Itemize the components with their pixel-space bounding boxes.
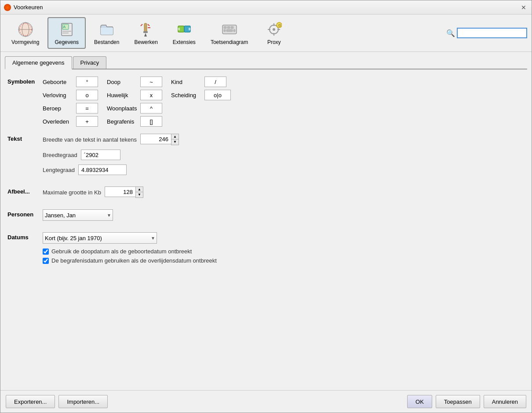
search-input[interactable] xyxy=(457,28,527,38)
toolbar-item-toetsendiagram[interactable]: Toetsendiagram xyxy=(204,18,255,48)
verloving-label: Verloving xyxy=(43,92,73,99)
close-button[interactable]: ✕ xyxy=(519,3,528,12)
svg-point-4 xyxy=(19,23,32,36)
afbeelding-label: Afbeel... xyxy=(7,186,43,195)
verloving-input[interactable] xyxy=(76,90,98,100)
toetsendiagram-toolbar-label: Toetsendiagram xyxy=(211,39,248,45)
footer: Exporteren... Importeren... OK Toepassen… xyxy=(0,390,532,413)
lengtegraad-input[interactable] xyxy=(78,164,127,175)
lengtegraad-label: Lengtegraad xyxy=(43,167,75,173)
exporteren-button[interactable]: Exporteren... xyxy=(6,395,55,408)
woonplaats-field: Woonplaats xyxy=(107,103,162,113)
datums-dropdown[interactable]: Kort (bijv. 25 jan 1970) Lang (bijv. 25 … xyxy=(43,232,157,244)
begrafenisdatum-checkbox[interactable] xyxy=(43,258,49,264)
huwelijk-input[interactable] xyxy=(140,90,162,100)
svg-rect-19 xyxy=(189,28,190,30)
overleden-label: Overleden xyxy=(43,118,73,125)
begrafenis-label: Begrafenis xyxy=(107,118,138,125)
toolbar-item-bestanden[interactable]: Bestanden xyxy=(87,18,126,48)
datums-content: Kort (bijv. 25 jan 1970) Lang (bijv. 25 … xyxy=(43,232,525,267)
huwelijk-field: Huwelijk xyxy=(107,90,162,100)
begrafenisdatum-checkbox-label: De begrafenisdatum gebruiken als de over… xyxy=(51,257,217,264)
form-body: Symbolen Geboorte Doop xyxy=(5,75,527,386)
kind-label: Kind xyxy=(171,79,202,85)
tekst-section: Tekst Breedte van de tekst in aantal tek… xyxy=(7,134,525,179)
datums-dropdown-wrapper: Kort (bijv. 25 jan 1970) Lang (bijv. 25 … xyxy=(43,232,157,244)
breedte-row: Breedte van de tekst in aantal tekens ▲ … xyxy=(43,134,525,145)
svg-text:A: A xyxy=(63,25,66,29)
breedte-spinbox-buttons: ▲ ▼ xyxy=(171,134,179,145)
personen-label: Personen xyxy=(7,209,43,218)
woonplaats-label: Woonplaats xyxy=(107,105,138,112)
datums-format-row: Kort (bijv. 25 jan 1970) Lang (bijv. 25 … xyxy=(43,232,525,244)
geboorte-label: Geboorte xyxy=(43,79,73,85)
personen-content: Jansen, Jan ▼ xyxy=(43,209,525,225)
svg-rect-11 xyxy=(143,31,148,33)
vormgeving-toolbar-label: Vormgeving xyxy=(11,39,39,45)
lengtegraad-row: Lengtegraad xyxy=(43,164,525,175)
search-icon[interactable]: 🔍 xyxy=(446,29,455,37)
breedte-increment-button[interactable]: ▲ xyxy=(171,134,179,139)
proxy-toolbar-label: Proxy xyxy=(267,39,281,45)
begrafenis-input[interactable] xyxy=(140,116,162,127)
breedtegraad-input[interactable] xyxy=(81,150,120,160)
vormgeving-icon xyxy=(17,21,34,38)
toepassen-button[interactable]: Toepassen xyxy=(436,395,480,408)
datums-section: Datums Kort (bijv. 25 jan 1970) Lang (bi… xyxy=(7,232,525,267)
tabs-bar: Algemene gegevensPrivacy xyxy=(5,56,527,69)
beroep-label: Beroep xyxy=(43,105,73,112)
grootte-input[interactable] xyxy=(105,186,135,197)
geboorte-input[interactable] xyxy=(76,77,98,87)
scheiding-input[interactable] xyxy=(204,90,231,100)
grootte-increment-button[interactable]: ▲ xyxy=(136,187,143,192)
toolbar-item-vormgeving[interactable]: Vormgeving xyxy=(5,18,46,48)
svg-rect-21 xyxy=(224,26,226,29)
doop-input[interactable] xyxy=(140,77,162,87)
kind-input[interactable] xyxy=(204,77,226,87)
breedte-spinbox: ▲ ▼ xyxy=(140,134,179,145)
svg-text:⚙: ⚙ xyxy=(278,23,281,28)
grootte-row: Maximale grootte in Kb ▲ ▼ xyxy=(43,186,525,198)
breedte-decrement-button[interactable]: ▼ xyxy=(171,139,179,145)
doopdatum-checkbox[interactable] xyxy=(43,249,49,255)
extensies-icon xyxy=(175,21,193,38)
personen-dropdown[interactable]: Jansen, Jan xyxy=(43,209,113,221)
symbolen-section: Symbolen Geboorte Doop xyxy=(7,77,525,127)
annuleren-button[interactable]: Annuleren xyxy=(484,395,526,408)
bestanden-toolbar-label: Bestanden xyxy=(94,39,119,45)
symbols-row-3: Beroep Woonplaats xyxy=(43,103,525,113)
toolbar-item-bewerken[interactable]: Bewerken xyxy=(128,18,164,48)
extensies-toolbar-label: Extensies xyxy=(173,39,196,45)
grootte-decrement-button[interactable]: ▼ xyxy=(136,192,143,197)
grootte-label: Maximale grootte in Kb xyxy=(43,189,101,196)
checkbox1-row: Gebruik de doopdatum als de geboortedatu… xyxy=(43,248,525,255)
importeren-button[interactable]: Importeren... xyxy=(58,395,108,408)
title-bar: Voorkeuren ✕ xyxy=(0,0,532,15)
beroep-input[interactable] xyxy=(76,103,98,113)
proxy-icon: ⚙ xyxy=(265,21,283,38)
tab-privacy[interactable]: Privacy xyxy=(73,56,107,69)
grootte-spinbox-buttons: ▲ ▼ xyxy=(135,186,143,198)
toolbar-item-proxy[interactable]: ⚙ Proxy xyxy=(256,18,292,48)
scheiding-label: Scheiding xyxy=(171,92,202,99)
geboorte-field: Geboorte xyxy=(43,77,98,87)
woonplaats-input[interactable] xyxy=(140,103,162,113)
overleden-field: Overleden xyxy=(43,116,98,127)
toolbar-item-extensies[interactable]: Extensies xyxy=(166,18,202,48)
svg-line-13 xyxy=(148,24,149,26)
tab-algemeen[interactable]: Algemene gegevens xyxy=(5,56,72,69)
checkbox2-row: De begrafenisdatum gebruiken als de over… xyxy=(43,257,525,264)
svg-point-28 xyxy=(273,28,275,31)
toolbar-item-gegevens[interactable]: A Gegevens xyxy=(47,17,86,49)
symbols-row-1: Geboorte Doop Kind xyxy=(43,77,525,87)
svg-rect-23 xyxy=(231,26,233,29)
breedte-input[interactable] xyxy=(140,134,171,144)
overleden-input[interactable] xyxy=(76,116,98,127)
symbolen-label: Symbolen xyxy=(7,77,43,85)
afbeelding-section: Afbeel... Maximale grootte in Kb ▲ ▼ xyxy=(7,186,525,202)
breedte-label: Breedte van de tekst in aantal tekens xyxy=(43,136,137,143)
ok-button[interactable]: OK xyxy=(407,395,432,408)
doop-field: Doop xyxy=(107,77,162,87)
tekst-content: Breedte van de tekst in aantal tekens ▲ … xyxy=(43,134,525,179)
gegevens-toolbar-label: Gegevens xyxy=(55,39,79,45)
